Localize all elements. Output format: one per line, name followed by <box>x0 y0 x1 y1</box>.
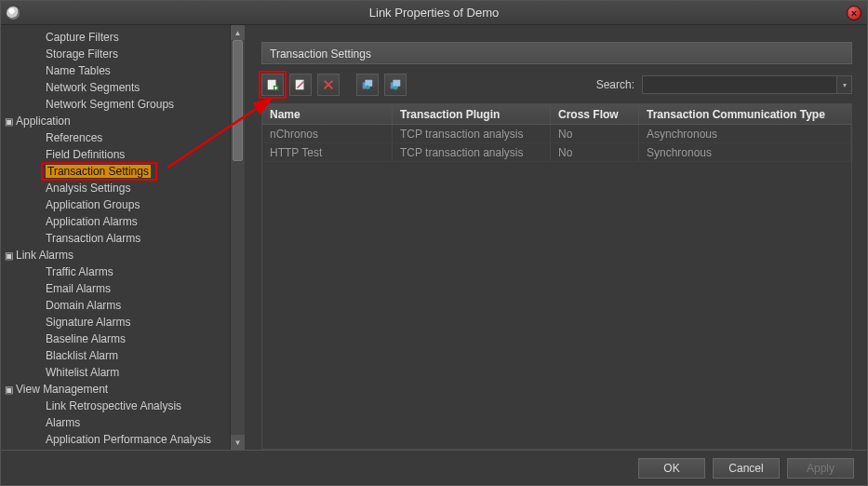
import-icon <box>361 78 374 91</box>
tree-item[interactable]: References <box>1 129 230 146</box>
table-header: Name Transaction Plugin Cross Flow Trans… <box>262 104 851 125</box>
tree-item-label: Application Performance Analysis <box>46 433 211 446</box>
svg-rect-6 <box>393 80 400 87</box>
tree-item[interactable]: Capture Filters <box>1 29 230 46</box>
export-icon <box>389 78 402 91</box>
search-dropdown[interactable]: ▾ <box>837 75 852 94</box>
tree-item[interactable]: Application Performance Analysis <box>1 431 230 448</box>
delete-icon <box>322 78 335 91</box>
tree-item[interactable]: Storage Filters <box>1 46 230 62</box>
collapse-icon[interactable]: ▣ <box>3 114 14 130</box>
cell-cross: No <box>551 143 639 161</box>
add-button[interactable] <box>261 74 284 96</box>
cell-name: HTTP Test <box>262 143 393 161</box>
tree-item[interactable]: Name Tables <box>1 62 230 79</box>
tree-item[interactable]: Baseline Alarms <box>1 331 230 347</box>
sidebar: Capture FiltersStorage FiltersName Table… <box>1 25 245 450</box>
ok-button[interactable]: OK <box>638 458 705 479</box>
col-header-plugin[interactable]: Transaction Plugin <box>393 104 551 124</box>
tree-item[interactable]: Link Retrospective Analysis <box>1 398 230 414</box>
tree-item-label: Analysis Settings <box>46 182 130 195</box>
tree-item-label: Capture Filters <box>46 31 119 44</box>
add-icon <box>266 78 279 91</box>
tree-item-label: References <box>46 131 102 144</box>
tree-item-label: Application Alarms <box>46 215 138 228</box>
tree-item-label: Link Retrospective Analysis <box>46 399 181 412</box>
tree-item[interactable]: Alarms <box>1 414 230 431</box>
main-panel: Transaction Settings Search: <box>245 25 867 450</box>
import-button[interactable] <box>356 74 379 96</box>
window-title: Link Properties of Demo <box>1 6 867 20</box>
tree-item-label: Link Alarms <box>16 249 73 262</box>
cell-comm: Asynchronous <box>639 125 851 142</box>
tree-item-label: Storage Filters <box>46 47 118 61</box>
tree-item-label: Alarms <box>46 416 80 429</box>
tree-item[interactable]: ▣Application <box>1 113 230 129</box>
tree-item[interactable]: Analysis Settings <box>1 180 230 196</box>
dialog-footer: OK Cancel Apply <box>1 450 867 485</box>
tree-item-label: Transaction Alarms <box>46 232 140 245</box>
cell-cross: No <box>551 125 639 142</box>
tree-item-label: Transaction Settings <box>46 165 151 178</box>
tree-item[interactable]: Transaction Alarms <box>1 230 230 247</box>
delete-button[interactable] <box>317 74 340 96</box>
search-label: Search: <box>596 78 634 91</box>
scroll-up-button[interactable]: ▲ <box>231 25 245 40</box>
tree-item-label: Field Definitions <box>46 148 125 161</box>
tree-item-label: Baseline Alarms <box>46 332 126 345</box>
tree-item-label: View Management <box>16 383 108 396</box>
svg-rect-4 <box>365 80 372 87</box>
col-header-cross[interactable]: Cross Flow <box>551 104 639 124</box>
tree-item[interactable]: Signature Alarms <box>1 314 230 331</box>
transactions-table: Name Transaction Plugin Cross Flow Trans… <box>261 103 852 450</box>
nav-tree: Capture FiltersStorage FiltersName Table… <box>1 25 230 450</box>
apply-button[interactable]: Apply <box>787 458 854 479</box>
col-header-name[interactable]: Name <box>262 104 393 124</box>
tree-item[interactable]: Application Groups <box>1 196 230 213</box>
sidebar-scrollbar[interactable]: ▲ ▼ <box>230 25 245 450</box>
table-row[interactable]: nChronosTCP transaction analysisNoAsynch… <box>262 125 851 143</box>
tree-item-label: Network Segments <box>46 81 140 94</box>
section-title: Transaction Settings <box>261 42 852 64</box>
tree-item[interactable]: ▣View Management <box>1 381 230 398</box>
tree-item[interactable]: Traffic Alarms <box>1 263 230 280</box>
cell-plugin: TCP transaction analysis <box>393 143 551 161</box>
col-header-comm[interactable]: Transaction Communication Type <box>639 104 851 124</box>
tree-item[interactable]: Field Definitions <box>1 146 230 163</box>
tree-item-label: Network Segment Groups <box>46 98 174 111</box>
close-button[interactable] <box>847 6 861 20</box>
tree-item-label: Blacklist Alarm <box>46 349 118 362</box>
export-button[interactable] <box>384 74 407 96</box>
tree-item[interactable]: Network Segments <box>1 79 230 96</box>
tree-item-label: Signature Alarms <box>46 316 130 329</box>
edit-button[interactable] <box>289 74 312 96</box>
tree-item[interactable]: Blacklist Alarm <box>1 347 230 364</box>
tree-item[interactable]: Application Alarms <box>1 213 230 230</box>
tree-item[interactable]: Network Segment Groups <box>1 96 230 113</box>
search-input[interactable] <box>642 75 837 94</box>
tree-item-label: Application <box>16 115 71 128</box>
tree-item[interactable]: ▣Link Alarms <box>1 247 230 263</box>
toolbar: Search: ▾ <box>261 74 852 96</box>
collapse-icon[interactable]: ▣ <box>3 248 14 264</box>
titlebar: Link Properties of Demo <box>1 1 867 25</box>
collapse-icon[interactable]: ▣ <box>3 382 14 398</box>
tree-item[interactable]: Transaction Settings <box>42 163 156 180</box>
scroll-down-button[interactable]: ▼ <box>231 435 245 450</box>
cancel-button[interactable]: Cancel <box>713 458 780 479</box>
tree-item-label: Traffic Alarms <box>46 265 114 278</box>
table-row[interactable]: HTTP TestTCP transaction analysisNoSynch… <box>262 143 851 162</box>
tree-item-label: Whitelist Alarm <box>46 366 119 379</box>
tree-item[interactable]: Domain Alarms <box>1 297 230 314</box>
cell-comm: Synchronous <box>639 143 851 161</box>
tree-item[interactable]: Email Alarms <box>1 280 230 297</box>
tree-item-label: Application Groups <box>46 198 140 211</box>
tree-item-label: Domain Alarms <box>46 299 121 312</box>
tree-item-label: Email Alarms <box>46 282 111 295</box>
tree-item-label: Name Tables <box>46 64 111 77</box>
scroll-thumb[interactable] <box>233 40 243 161</box>
tree-item[interactable]: Whitelist Alarm <box>1 364 230 381</box>
edit-icon <box>294 78 307 91</box>
cell-plugin: TCP transaction analysis <box>393 125 551 142</box>
cell-name: nChronos <box>262 125 393 142</box>
